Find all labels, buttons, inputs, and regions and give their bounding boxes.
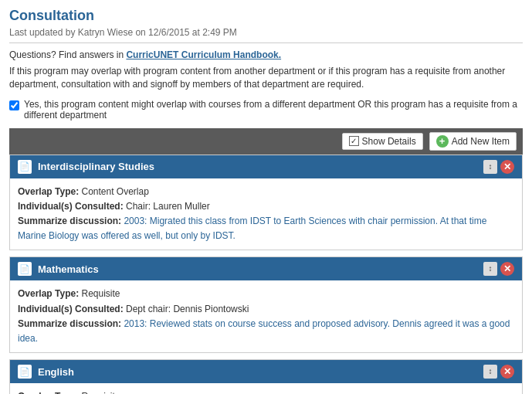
section-card-interdisciplinary: 📄 Interdisciplinary Studies ↕ ✕ Overlap … bbox=[9, 155, 523, 251]
individuals-value: Dept chair: Dennis Piontowski bbox=[126, 304, 249, 314]
section-header-right: ↕ ✕ bbox=[483, 262, 514, 276]
section-header-english: 📄 English ↕ ✕ bbox=[10, 360, 522, 383]
sort-arrows-icon: ↕ bbox=[489, 265, 493, 273]
section-header-left: 📄 Mathematics bbox=[18, 262, 99, 276]
section-header-right: ↕ ✕ bbox=[483, 160, 514, 174]
handbook-link[interactable]: CurricUNET Curriculum Handbook. bbox=[126, 49, 281, 60]
doc-icon: 📄 bbox=[18, 365, 32, 379]
section-header-right: ↕ ✕ bbox=[483, 365, 514, 379]
delete-button[interactable]: ✕ bbox=[500, 365, 514, 379]
section-header-left: 📄 English bbox=[18, 365, 74, 379]
questions-line: Questions? Find answers in CurricUNET Cu… bbox=[9, 49, 523, 60]
page-container: Consultation Last updated by Katryn Wies… bbox=[0, 0, 532, 394]
page-title: Consultation bbox=[9, 8, 523, 24]
add-icon: + bbox=[436, 135, 449, 148]
section-title: Mathematics bbox=[38, 263, 99, 275]
sort-button[interactable]: ↕ bbox=[483, 365, 497, 379]
checkbox-row: Yes, this program content might overlap … bbox=[9, 99, 523, 121]
section-body: Overlap Type: Requisite Individual(s) Co… bbox=[10, 280, 522, 352]
info-text: If this program may overlap with program… bbox=[9, 65, 523, 91]
add-new-button[interactable]: + Add New Item bbox=[429, 132, 517, 151]
doc-icon: 📄 bbox=[18, 262, 32, 276]
overlap-type-label: Overlap Type: bbox=[18, 288, 79, 299]
overlap-type-row: Overlap Type: Content Overlap bbox=[18, 185, 514, 199]
add-new-label: Add New Item bbox=[452, 136, 510, 147]
section-header-mathematics: 📄 Mathematics ↕ ✕ bbox=[10, 257, 522, 280]
section-body: Overlap Type: Requisite Individual(s) Co… bbox=[10, 383, 522, 394]
sections-container: 📄 Interdisciplinary Studies ↕ ✕ Overlap … bbox=[9, 155, 523, 394]
summarize-row: Summarize discussion: 2003: Migrated thi… bbox=[18, 214, 514, 243]
sort-button[interactable]: ↕ bbox=[483, 160, 497, 174]
individuals-value: Chair: Lauren Muller bbox=[126, 201, 210, 212]
questions-prefix: Questions? Find answers in bbox=[9, 49, 126, 60]
overlap-type-value: Content Overlap bbox=[81, 186, 148, 197]
delete-button[interactable]: ✕ bbox=[500, 160, 514, 174]
sort-arrows-icon: ↕ bbox=[489, 368, 493, 375]
doc-icon: 📄 bbox=[18, 160, 32, 174]
show-details-checkbox-icon: ✓ bbox=[349, 136, 359, 146]
sort-arrows-icon: ↕ bbox=[489, 163, 493, 171]
individuals-label: Individual(s) Consulted: bbox=[18, 304, 124, 314]
overlap-type-row: Overlap Type: Requisite bbox=[18, 389, 514, 394]
section-title: English bbox=[38, 366, 74, 378]
overlap-type-value: Requisite bbox=[81, 288, 120, 299]
overlap-checkbox[interactable] bbox=[9, 100, 19, 110]
overlap-type-row: Overlap Type: Requisite bbox=[18, 287, 514, 301]
delete-button[interactable]: ✕ bbox=[500, 262, 514, 276]
individuals-row: Individual(s) Consulted: Dept chair: Den… bbox=[18, 302, 514, 317]
overlap-type-label: Overlap Type: bbox=[18, 186, 79, 197]
section-header-interdisciplinary: 📄 Interdisciplinary Studies ↕ ✕ bbox=[10, 155, 522, 178]
section-card-english: 📄 English ↕ ✕ Overlap Type: Requisite In… bbox=[9, 359, 523, 394]
section-header-left: 📄 Interdisciplinary Studies bbox=[18, 160, 154, 174]
overlap-type-value: Requisite bbox=[81, 391, 120, 394]
summarize-row: Summarize discussion: 2013: Reviewed sta… bbox=[18, 317, 514, 346]
checkbox-label: Yes, this program content might overlap … bbox=[24, 99, 523, 121]
summarize-label: Summarize discussion: bbox=[18, 216, 121, 226]
summarize-label: Summarize discussion: bbox=[18, 318, 121, 329]
show-details-button[interactable]: ✓ Show Details bbox=[342, 133, 423, 150]
show-details-label: Show Details bbox=[362, 136, 416, 147]
overlap-type-label: Overlap Type: bbox=[18, 391, 79, 394]
individuals-label: Individual(s) Consulted: bbox=[18, 201, 124, 212]
section-card-mathematics: 📄 Mathematics ↕ ✕ Overlap Type: Requisit… bbox=[9, 256, 523, 353]
toolbar-bar: ✓ Show Details + Add New Item bbox=[9, 128, 523, 155]
sort-button[interactable]: ↕ bbox=[483, 262, 497, 276]
section-title: Interdisciplinary Studies bbox=[38, 161, 154, 172]
individuals-row: Individual(s) Consulted: Chair: Lauren M… bbox=[18, 199, 514, 214]
last-updated: Last updated by Katryn Wiese on 12/6/201… bbox=[9, 27, 523, 43]
section-body: Overlap Type: Content Overlap Individual… bbox=[10, 178, 522, 250]
